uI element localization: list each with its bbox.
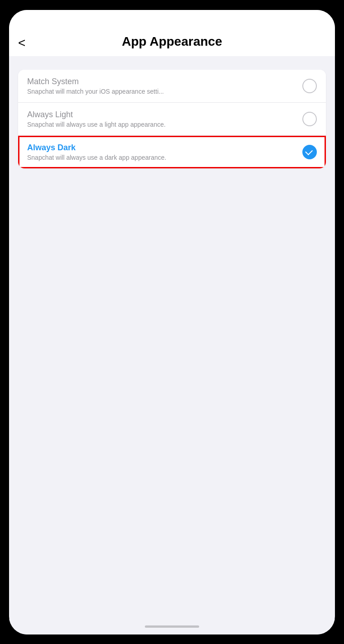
page-title: App Appearance	[122, 34, 222, 49]
option-match-system-text: Match System Snapchat will match your iO…	[27, 77, 297, 95]
option-always-light-text: Always Light Snapchat will always use a …	[27, 110, 297, 128]
home-bar	[145, 625, 199, 628]
status-bar	[9, 10, 335, 30]
option-always-dark-radio[interactable]	[302, 145, 317, 159]
back-button[interactable]: <	[18, 37, 25, 49]
option-always-dark-text: Always Dark Snapchat will always use a d…	[27, 143, 297, 161]
option-always-light-radio[interactable]	[302, 112, 317, 126]
content-area: Match System Snapchat will match your iO…	[9, 56, 335, 619]
option-always-dark-title: Always Dark	[27, 143, 297, 153]
option-always-dark-description: Snapchat will always use a dark app appe…	[27, 154, 297, 161]
home-indicator	[9, 619, 335, 634]
option-match-system-radio[interactable]	[302, 79, 317, 93]
options-card: Match System Snapchat will match your iO…	[18, 70, 326, 168]
option-match-system-description: Snapchat will match your iOS appearance …	[27, 88, 297, 95]
phone-frame: < App Appearance Match System Snapchat w…	[9, 10, 335, 634]
option-always-dark[interactable]: Always Dark Snapchat will always use a d…	[18, 136, 326, 168]
option-match-system[interactable]: Match System Snapchat will match your iO…	[18, 70, 326, 103]
page-header: < App Appearance	[9, 30, 335, 56]
option-always-light-title: Always Light	[27, 110, 297, 119]
option-match-system-title: Match System	[27, 77, 297, 86]
option-always-light[interactable]: Always Light Snapchat will always use a …	[18, 103, 326, 136]
option-always-light-description: Snapchat will always use a light app app…	[27, 121, 297, 128]
